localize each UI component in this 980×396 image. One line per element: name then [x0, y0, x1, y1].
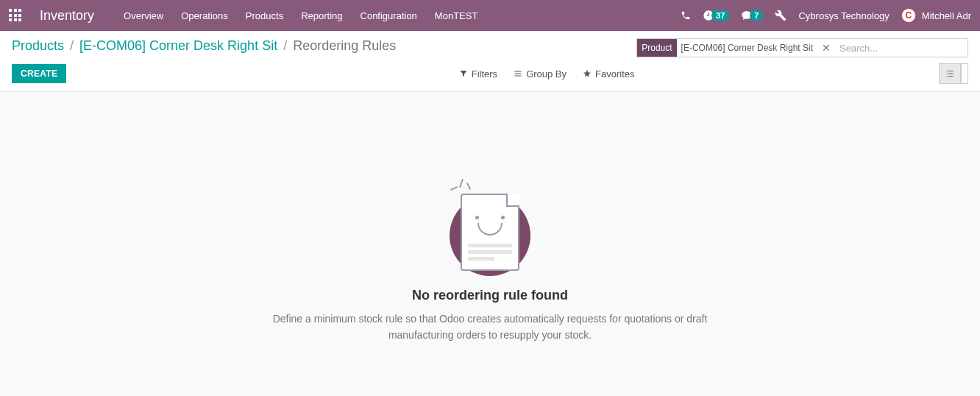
nav-overview[interactable]: Overview	[124, 10, 163, 21]
create-button[interactable]: CREATE	[12, 64, 66, 83]
facet-value: [E-COM06] Corner Desk Right Sit	[677, 43, 817, 53]
list-view-button[interactable]	[939, 63, 961, 84]
nav-reporting[interactable]: Reporting	[301, 10, 342, 21]
top-navbar: Inventory Overview Operations Products R…	[0, 0, 980, 31]
user-avatar: C	[901, 8, 916, 23]
nav-configuration[interactable]: Configuration	[361, 10, 417, 21]
app-brand[interactable]: Inventory	[40, 8, 94, 24]
apps-icon[interactable]	[9, 9, 22, 22]
breadcrumb: Products / [E-COM06] Corner Desk Right S…	[12, 38, 396, 54]
filters-button[interactable]: Filters	[459, 68, 497, 79]
breadcrumb-product[interactable]: [E-COM06] Corner Desk Right Sit	[79, 38, 277, 54]
nav-operations[interactable]: Operations	[181, 10, 228, 21]
search-input[interactable]	[835, 39, 967, 57]
facet-remove-icon[interactable]: ✕	[817, 42, 835, 54]
nav-products[interactable]: Products	[246, 10, 283, 21]
wrench-icon[interactable]	[775, 10, 787, 21]
control-panel: Products / [E-COM06] Corner Desk Right S…	[0, 31, 980, 92]
search-bar: Product [E-COM06] Corner Desk Right Sit …	[636, 38, 968, 57]
user-name: Mitchell Adr	[922, 10, 971, 21]
list-icon	[514, 69, 522, 78]
nav-right: 37 7 Cybrosys Technology C Mitchell Adr	[681, 8, 971, 23]
view-switcher	[939, 63, 968, 84]
messages-badge: 7	[750, 10, 763, 21]
phone-icon[interactable]	[681, 10, 691, 21]
search-options: Filters Group By Favorites	[155, 68, 939, 79]
breadcrumb-products[interactable]: Products	[12, 38, 64, 54]
messages-button[interactable]: 7	[741, 10, 763, 21]
nav-montest[interactable]: MonTEST	[435, 10, 478, 21]
view-more-button[interactable]	[961, 63, 968, 84]
list-view-icon	[945, 68, 955, 79]
groupby-button[interactable]: Group By	[514, 68, 567, 79]
nav-menu: Overview Operations Products Reporting C…	[124, 10, 681, 21]
company-name[interactable]: Cybrosys Technology	[798, 10, 889, 21]
activities-badge: 37	[711, 10, 729, 21]
empty-description: Define a minimum stock rule so that Odoo…	[262, 311, 718, 344]
breadcrumb-current: Reordering Rules	[293, 38, 396, 54]
content-area: No reordering rule found Define a minimu…	[0, 92, 980, 386]
empty-title: No reordering rule found	[412, 288, 568, 303]
activities-button[interactable]: 37	[703, 10, 729, 21]
star-icon	[583, 69, 592, 78]
funnel-icon	[459, 69, 468, 78]
search-facet-product: Product [E-COM06] Corner Desk Right Sit …	[637, 39, 835, 57]
empty-illustration	[446, 180, 534, 276]
facet-label: Product	[637, 39, 676, 57]
favorites-button[interactable]: Favorites	[583, 68, 634, 79]
user-menu[interactable]: C Mitchell Adr	[901, 8, 971, 23]
